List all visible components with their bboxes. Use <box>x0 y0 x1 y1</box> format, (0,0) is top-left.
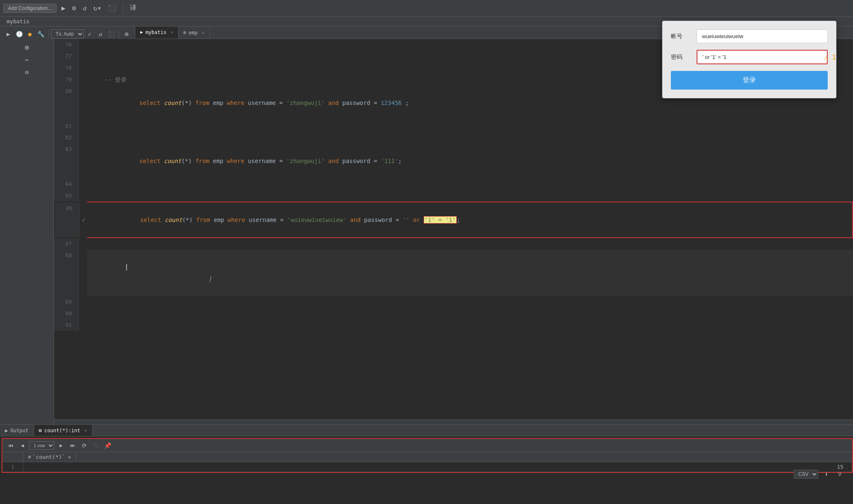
sep2 <box>48 30 49 38</box>
line-code[interactable] <box>87 238 853 250</box>
login-button[interactable]: 登录 <box>671 71 828 90</box>
line-code[interactable] <box>87 308 853 319</box>
results-red-border: ⏮ ◀ 1 row ▶ ⏭ ⟳ ⬛ 📌 ⊞ `count(*)` ⇅ <box>2 438 853 473</box>
account-label: 帐号 <box>671 33 692 40</box>
line-code[interactable] <box>87 132 853 144</box>
green-check-icon: ✓ <box>82 214 86 226</box>
bottom-content: ⊞ `count(*)` ⇅ 1 15 <box>2 452 852 472</box>
line-number: 86 <box>55 202 80 237</box>
line-code[interactable] <box>87 296 853 308</box>
rows-select[interactable]: 1 row <box>29 441 54 450</box>
account-input[interactable] <box>697 29 828 43</box>
tab-mybatis[interactable]: ▶ mybatis ✕ <box>135 27 178 39</box>
separator-1 <box>123 4 123 12</box>
last-row-icon[interactable]: ⏭ <box>68 441 78 450</box>
line-code[interactable] <box>87 120 853 132</box>
emp-tab-close[interactable]: ✕ <box>202 30 205 35</box>
circle-icon[interactable]: ● <box>25 29 35 39</box>
download-icon[interactable]: ⬇ <box>821 469 831 479</box>
run-icon[interactable]: ▶ <box>60 2 67 14</box>
highlighted-line-row: 86 ✓ select count(*) from emp where user… <box>87 202 853 238</box>
line-code[interactable] <box>87 190 853 202</box>
tab-count[interactable]: ⊞ count(*):int ✕ <box>34 425 93 436</box>
line-indicator <box>79 39 87 51</box>
count-header-cell[interactable]: ⊞ `count(*)` ⇅ <box>23 452 76 462</box>
line-number: 83 <box>54 144 79 178</box>
export-toolbar: CSV ⬇ ▽ <box>794 469 845 479</box>
line-code[interactable]: select count(*) from emp where username … <box>88 202 852 237</box>
line-indicator <box>79 319 87 331</box>
rollback-icon[interactable]: ↺ <box>95 29 105 39</box>
line-indicator <box>79 238 87 250</box>
prev-row-icon[interactable]: ◀ <box>17 441 27 450</box>
line-code[interactable]: select count(*) from emp where username … <box>87 144 853 178</box>
horizontal-scrollbar[interactable] <box>54 419 853 424</box>
bottom-toolbar: ⏮ ◀ 1 row ▶ ⏭ ⟳ ⬛ 📌 <box>2 439 852 452</box>
refresh-icon[interactable]: ⟳ <box>79 441 89 450</box>
csv-select[interactable]: CSV <box>794 470 818 479</box>
line-row: 88 | <box>54 250 853 296</box>
output-tab-label: Output <box>10 428 28 433</box>
line-number: 81 <box>54 120 79 132</box>
sidebar-tools: ⊞ ⇔ ⊟ <box>20 41 34 79</box>
tab-emp[interactable]: ⊞ emp ✕ <box>178 27 210 39</box>
mybatis-tab-label: mybatis <box>146 29 167 35</box>
line-number: 91 <box>54 319 79 331</box>
password-field: 密码 ⚠ 1 <box>671 50 828 64</box>
line-indicator <box>79 144 87 178</box>
tx-select[interactable]: Tx: Auto <box>51 29 84 39</box>
reload-options-icon[interactable]: ↻▾ <box>92 2 103 14</box>
build-icon[interactable]: ⚙ <box>71 2 78 14</box>
tab-output[interactable]: ▶ Output <box>0 425 34 436</box>
commit-icon[interactable]: ✓ <box>85 29 95 39</box>
stop-results-icon[interactable]: ⬛ <box>91 441 101 450</box>
add-config-button[interactable]: Add Configuration... <box>3 4 56 13</box>
stop-icon[interactable]: ⬛ <box>106 2 118 14</box>
line-row: 87 <box>54 238 853 250</box>
next-row-icon[interactable]: ▶ <box>56 441 66 450</box>
sidebar-tool-1[interactable]: ⊞ <box>22 42 32 52</box>
line-indicator <box>79 51 87 62</box>
line-indicator <box>79 308 87 319</box>
account-field: 帐号 <box>671 29 828 43</box>
sidebar-tool-expand[interactable]: ⇔ <box>22 55 32 65</box>
line-number: 76 <box>54 39 79 51</box>
line-number: 90 <box>54 308 79 319</box>
password-input[interactable] <box>697 50 828 64</box>
line-row: 91 <box>54 319 853 331</box>
clock-icon[interactable]: 🕐 <box>14 29 24 39</box>
count-tab-label: count(*):int <box>44 428 80 433</box>
filter-results-icon[interactable]: ▽ <box>835 469 845 479</box>
line-number: 85 <box>54 190 79 202</box>
run-query-icon[interactable]: ▶ <box>3 29 13 39</box>
line-number: 88 <box>54 250 79 296</box>
table-icon[interactable]: ⊞ <box>122 29 132 39</box>
line-indicator <box>79 190 87 202</box>
top-toolbar: Add Configuration... ▶ ⚙ ↺ ↻▾ ⬛ 译 <box>0 0 853 17</box>
line-code[interactable]: | <box>87 250 853 296</box>
sort-icon[interactable]: ⇅ <box>68 455 71 459</box>
mybatis-tab-close[interactable]: ✕ <box>171 30 173 34</box>
pin-icon[interactable]: 📌 <box>102 441 112 450</box>
sidebar-tool-filter[interactable]: ⊟ <box>22 67 32 77</box>
translate-icon[interactable]: 译 <box>128 2 138 14</box>
line-indicator <box>79 120 87 132</box>
line-number: 84 <box>54 178 79 190</box>
count-tab-close[interactable]: ✕ <box>85 428 87 433</box>
wrench-icon[interactable]: 🔧 <box>36 29 46 39</box>
line-code[interactable] <box>87 178 853 190</box>
line-number: 89 <box>54 296 79 308</box>
cancel-icon[interactable]: ⬛ <box>106 29 116 39</box>
reload-icon[interactable]: ↺ <box>81 2 88 14</box>
emp-tab-icon: ⊞ <box>183 30 186 35</box>
line-row: 89 <box>54 296 853 308</box>
line-indicator <box>79 296 87 308</box>
line-code[interactable] <box>87 319 853 331</box>
warning-icon: ⚠ 1 <box>824 53 836 61</box>
line-indicator: ✓ <box>80 202 88 237</box>
first-row-icon[interactable]: ⏮ <box>6 441 16 450</box>
line-indicator <box>79 250 87 296</box>
row-number: 1 <box>2 462 23 472</box>
line-number: 82 <box>54 132 79 144</box>
line-indicator <box>79 132 87 144</box>
